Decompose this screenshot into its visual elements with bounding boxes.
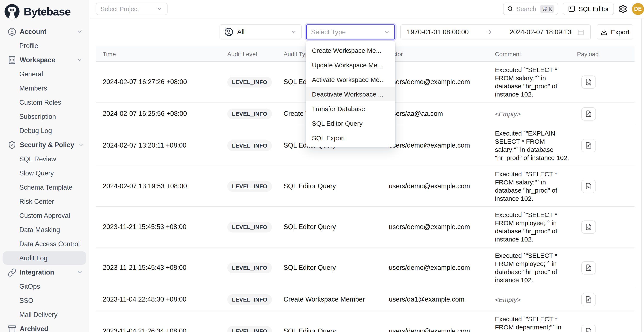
bytebase-logo-icon <box>4 3 20 20</box>
cell-audit-type: Create Workspace Member <box>284 296 389 303</box>
chevron-down-icon <box>76 28 83 35</box>
chevron-down-icon <box>290 29 297 35</box>
cell-comment: <Empty> <box>495 295 577 304</box>
table-row: 2023-11-21 15:45:43 +08:00LEVEL_INFOSQL … <box>96 247 634 288</box>
sidebar-item-account[interactable]: Account <box>3 25 86 38</box>
cell-audit-level: LEVEL_INFO <box>227 262 284 273</box>
settings-gear-icon[interactable] <box>618 4 628 14</box>
payload-view-button[interactable] <box>581 220 596 234</box>
payload-view-button[interactable] <box>581 179 596 193</box>
shield-check-icon <box>8 141 16 149</box>
sidebar-item-label: Data Masking <box>19 226 60 234</box>
sidebar-item-sql-review[interactable]: SQL Review <box>3 152 86 166</box>
cell-actor: users/demo@example.com <box>389 142 495 149</box>
table-row: 2023-11-21 15:45:53 +08:00LEVEL_INFOSQL … <box>96 207 634 247</box>
sidebar-item-subscription[interactable]: Subscription <box>3 110 86 123</box>
sidebar-item-risk-center[interactable]: Risk Center <box>3 195 86 208</box>
audit-level-badge: LEVEL_INFO <box>227 108 272 119</box>
cell-comment: Executed `"SELECT * FROM department;"` i… <box>495 311 577 332</box>
audit-level-badge: LEVEL_INFO <box>227 326 272 332</box>
sidebar-item-security-policy[interactable]: Security & Policy <box>3 138 86 152</box>
sidebar-item-data-access-control[interactable]: Data Access Control <box>3 237 86 251</box>
sidebar-item-audit-log[interactable]: Audit Log <box>3 251 86 265</box>
column-header-audit-level: Audit Level <box>227 50 284 57</box>
sidebar-item-debug-log[interactable]: Debug Log <box>3 124 86 137</box>
cell-actor: users/demo@example.com <box>389 223 495 231</box>
payload-view-button[interactable] <box>581 293 596 306</box>
sidebar-item-custom-approval[interactable]: Custom Approval <box>3 209 86 222</box>
actor-filter-select[interactable]: All <box>220 24 302 39</box>
sidebar-item-label: Members <box>19 84 47 92</box>
file-search-icon <box>585 183 592 190</box>
export-button[interactable]: Export <box>597 24 633 39</box>
sidebar-item-slow-query[interactable]: Slow Query <box>3 166 86 180</box>
date-range-picker[interactable]: 1970-01-01 08:00:00 2024-02-07 18:09:13 <box>400 24 591 39</box>
cell-actor: users/qa1@example.com <box>389 296 495 303</box>
dropdown-item-deactivate-workspace[interactable]: Deactivate Workspace ... <box>306 87 395 101</box>
table-row: 2024-02-07 13:19:53 +08:00LEVEL_INFOSQL … <box>96 166 634 207</box>
file-search-icon <box>585 142 592 149</box>
cell-audit-level: LEVEL_INFO <box>227 294 284 305</box>
sidebar-item-workspace[interactable]: Workspace <box>3 53 86 66</box>
search-placeholder: Search <box>516 5 536 12</box>
cell-audit-type: SQL Editor Query <box>284 182 389 190</box>
dropdown-item-sql-export[interactable]: SQL Export <box>306 130 395 145</box>
calendar-icon <box>578 28 584 35</box>
type-filter-dropdown: Create Workspace Me...Update Workspace M… <box>306 41 395 147</box>
project-select[interactable]: Select Project <box>96 2 168 15</box>
link-icon <box>8 268 16 276</box>
sidebar-item-label: Integration <box>20 268 54 276</box>
cell-actor: users/demo@example.com <box>389 182 495 190</box>
sidebar-item-label: Workspace <box>20 56 55 64</box>
sidebar-item-mail-delivery[interactable]: Mail Delivery <box>3 308 86 321</box>
sidebar-item-integration[interactable]: Integration <box>3 266 86 279</box>
avatar[interactable]: DE <box>632 3 644 15</box>
sidebar-item-label: Account <box>20 28 46 35</box>
sidebar-item-custom-roles[interactable]: Custom Roles <box>3 96 86 109</box>
cell-audit-level: LEVEL_INFO <box>227 326 284 332</box>
payload-view-button[interactable] <box>581 139 596 152</box>
sidebar-item-members[interactable]: Members <box>3 81 86 95</box>
cell-actor: users/aa@aa.com <box>389 110 495 118</box>
sidebar-item-schema-template[interactable]: Schema Template <box>3 180 86 194</box>
dropdown-item-activate-workspace-me[interactable]: Activate Workspace Me... <box>306 72 395 87</box>
search-input[interactable]: Search ⌘ K <box>503 2 558 15</box>
file-search-icon <box>585 78 592 85</box>
cell-payload <box>577 179 634 193</box>
dropdown-item-transfer-database[interactable]: Transfer Database <box>306 101 395 116</box>
sidebar-item-archived[interactable]: Archived <box>3 322 86 332</box>
dropdown-item-sql-editor-query[interactable]: SQL Editor Query <box>306 116 395 130</box>
sidebar-item-sso[interactable]: SSO <box>3 294 86 307</box>
payload-view-button[interactable] <box>581 75 596 89</box>
dropdown-item-update-workspace-me[interactable]: Update Workspace Me... <box>306 57 395 72</box>
sql-editor-label: SQL Editor <box>579 5 609 12</box>
sql-editor-button[interactable]: SQL Editor <box>563 2 614 15</box>
cell-payload <box>577 139 634 152</box>
type-filter-placeholder: Select Type <box>311 28 346 36</box>
sidebar-item-profile[interactable]: Profile <box>3 39 86 52</box>
sidebar-item-data-masking[interactable]: Data Masking <box>3 223 86 236</box>
scrollbar-gutter[interactable] <box>642 18 642 332</box>
type-filter-select[interactable]: Select Type <box>306 24 395 39</box>
payload-view-button[interactable] <box>581 261 596 274</box>
brand-logo[interactable]: Bytebase <box>0 0 89 22</box>
cell-payload <box>577 261 634 274</box>
payload-view-button[interactable] <box>581 325 596 332</box>
column-header-actor: Actor <box>389 50 495 57</box>
cell-time: 2023-11-21 15:45:53 +08:00 <box>96 223 227 231</box>
audit-level-badge: LEVEL_INFO <box>227 181 272 191</box>
chevron-down-icon <box>76 57 83 63</box>
sidebar: Bytebase AccountProfileWorkspaceGeneralM… <box>0 0 89 332</box>
payload-view-button[interactable] <box>581 107 596 120</box>
cell-time: 2024-02-07 13:20:11 +08:00 <box>96 142 227 149</box>
sidebar-item-gitops[interactable]: GitOps <box>3 280 86 293</box>
dropdown-item-create-workspace-me[interactable]: Create Workspace Me... <box>306 43 395 57</box>
sidebar-item-general[interactable]: General <box>3 67 86 81</box>
sidebar-item-label: Audit Log <box>19 254 48 262</box>
download-icon <box>600 28 608 35</box>
sidebar-item-label: Custom Roles <box>19 98 61 106</box>
sidebar-item-label: Risk Center <box>19 197 54 205</box>
cell-time: 2024-02-07 16:25:56 +08:00 <box>96 110 227 118</box>
file-search-icon <box>585 296 592 303</box>
cell-time: 2023-11-04 22:48:30 +08:00 <box>96 296 227 303</box>
